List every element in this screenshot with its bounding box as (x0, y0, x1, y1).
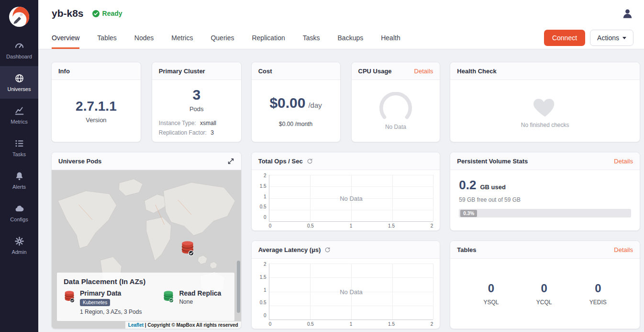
sidebar-item-label: Dashboard (6, 54, 32, 59)
total-ops-title: Total Ops / Sec (258, 158, 303, 165)
replication-factor-label: Replication Factor: (159, 129, 207, 136)
cost-per-day-value: $0.00 (269, 95, 305, 111)
cpu-details-link[interactable]: Details (414, 68, 433, 75)
health-check-card: Health Check No finished checks (450, 62, 640, 142)
app-root: Dashboard Universes Metrics (0, 0, 644, 332)
version-value: 2.7.1.1 (76, 99, 117, 114)
read-replica-label: Read Replica (179, 289, 221, 297)
yugabyte-logo[interactable] (0, 0, 38, 34)
pvs-details-link[interactable]: Details (614, 158, 633, 165)
avg-latency-title: Average Latency (µs) (258, 246, 321, 253)
cost-per-day-unit: /day (308, 101, 322, 109)
chevron-down-icon (622, 37, 626, 39)
attribution-text: | Copyright © MapBox All rights reserved (145, 322, 238, 328)
ycql-count: 0 (541, 282, 547, 295)
actions-button[interactable]: Actions (590, 30, 633, 46)
tab-backups[interactable]: Backups (338, 27, 364, 49)
info-card-title: Info (58, 68, 70, 75)
sidebar-item-label: Alerts (12, 184, 26, 190)
map-attribution: Leaflet | Copyright © MapBox All rights … (125, 321, 241, 329)
data-placement-panel: Data Placement (In AZs) (57, 273, 234, 321)
user-menu-button[interactable] (622, 8, 633, 20)
no-data-label: No Data (269, 288, 433, 295)
sidebar-item-universes[interactable]: Universes (0, 66, 38, 99)
ysql-count: 0 (488, 282, 494, 295)
tab-actions: Connect Actions (544, 27, 633, 49)
read-replica-group: Read Replica None (163, 289, 221, 315)
primary-data-map-marker[interactable] (180, 240, 195, 258)
usage-progress-bar: 0.3% (459, 209, 631, 218)
tab-tasks[interactable]: Tasks (303, 27, 320, 49)
instance-type-value: xsmall (200, 120, 216, 126)
actions-button-label: Actions (597, 34, 619, 42)
persistent-volume-card: Persistent Volume Stats Details 0.2 GB u… (450, 152, 640, 231)
primary-database-icon (64, 290, 75, 303)
leaflet-link[interactable]: Leaflet (128, 322, 144, 328)
gauge-icon (376, 92, 416, 120)
no-data-label: No Data (269, 195, 433, 202)
universe-tabs: Overview Tables Nodes Metrics Queries Re… (38, 27, 644, 49)
primary-cluster-title: Primary Cluster (159, 68, 205, 75)
replication-factor-value: 3 (211, 129, 214, 136)
cloud-icon (14, 203, 24, 214)
sidebar: Dashboard Universes Metrics (0, 0, 38, 332)
metrics-icon (14, 105, 24, 116)
gb-used-value: 0.2 (459, 178, 476, 193)
sidebar-item-label: Universes (8, 86, 31, 92)
primary-data-label: Primary Data (80, 289, 142, 297)
cpu-usage-card: CPU Usage Details No Data (351, 62, 441, 142)
tab-replication[interactable]: Replication (252, 27, 285, 49)
universe-name: yb-k8s (52, 8, 84, 19)
pvs-title: Persistent Volume Stats (457, 158, 528, 165)
ysql-count-group: 0 YSQL (484, 282, 499, 306)
y-axis-ticks: 21.510.50 (255, 173, 269, 220)
status-badge: Ready (92, 10, 122, 17)
main-area: yb-k8s Ready Overview Tables Nodes Metri… (38, 0, 644, 332)
tab-overview[interactable]: Overview (52, 27, 79, 49)
universe-pods-title: Universe Pods (58, 158, 101, 165)
expand-icon[interactable] (227, 158, 234, 165)
info-card: Info 2.7.1.1 Version (51, 62, 141, 142)
tab-tables[interactable]: Tables (97, 27, 116, 49)
primary-data-summary: 1 Region, 3 AZs, 3 Pods (80, 309, 142, 315)
avg-latency-chart: 21.510.50 No Data 00.511.52 (252, 259, 440, 329)
pods-label: Pods (189, 105, 204, 113)
globe-icon (14, 73, 24, 83)
refresh-icon[interactable] (324, 247, 331, 253)
tab-nodes[interactable]: Nodes (134, 27, 154, 49)
sidebar-item-configs[interactable]: Configs (0, 196, 38, 229)
map-scrollbar[interactable] (237, 261, 240, 313)
sidebar-item-tasks[interactable]: Tasks (0, 131, 38, 164)
replica-database-icon (163, 290, 174, 303)
primary-cluster-card: Primary Cluster 3 Pods Instance Type: xs… (152, 62, 242, 142)
avg-latency-card: Average Latency (µs) 21.510.50 (251, 240, 441, 329)
universe-header: yb-k8s Ready (38, 0, 644, 27)
bell-icon (14, 171, 24, 181)
tables-details-link[interactable]: Details (614, 246, 633, 253)
sidebar-item-admin[interactable]: Admin (0, 229, 38, 262)
yedis-count-group: 0 YEDIS (589, 282, 607, 306)
provider-badge: Kubernetes (80, 299, 110, 306)
ycql-count-group: 0 YCQL (536, 282, 552, 306)
dashboard-icon (14, 40, 24, 51)
refresh-icon[interactable] (307, 158, 313, 164)
universe-pods-card: Universe Pods (51, 152, 242, 329)
tab-queries[interactable]: Queries (211, 27, 234, 49)
connect-button[interactable]: Connect (544, 30, 585, 46)
world-map[interactable]: Data Placement (In AZs) (52, 170, 241, 329)
sidebar-item-alerts[interactable]: Alerts (0, 164, 38, 196)
cost-card-title: Cost (258, 68, 272, 75)
tasks-list-icon (14, 138, 24, 149)
tab-health[interactable]: Health (381, 27, 400, 49)
sidebar-item-dashboard[interactable]: Dashboard (0, 34, 38, 66)
tab-metrics[interactable]: Metrics (171, 27, 193, 49)
cost-card: Cost $0.00 /day $0.00 /month (251, 62, 341, 142)
version-label: Version (86, 116, 106, 124)
sidebar-item-metrics[interactable]: Metrics (0, 99, 38, 131)
total-ops-card: Total Ops / Sec 21.510.50 (251, 152, 441, 231)
gear-icon (14, 236, 24, 246)
sidebar-item-label: Metrics (11, 119, 27, 125)
instance-type-label: Instance Type: (159, 120, 196, 126)
gb-free-text: 59 GB free out of 59 GB (459, 196, 631, 203)
primary-data-group: Primary Data Kubernetes 1 Region, 3 AZs,… (64, 289, 142, 315)
